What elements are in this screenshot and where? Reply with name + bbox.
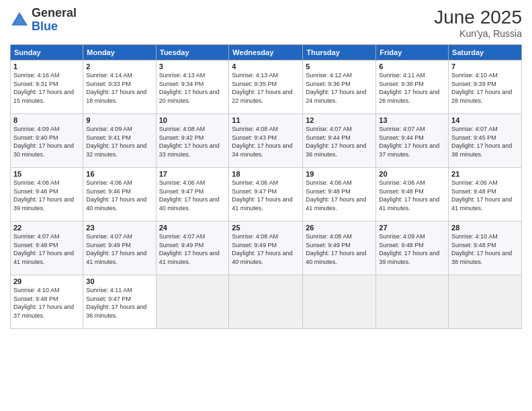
col-friday: Friday (376, 45, 449, 60)
table-row: 1Sunrise: 4:16 AMSunset: 9:31 PMDaylight… (11, 60, 83, 114)
table-row: 30Sunrise: 4:11 AMSunset: 9:47 PMDayligh… (83, 275, 156, 329)
table-row: 19Sunrise: 4:06 AMSunset: 9:48 PMDayligh… (303, 168, 376, 222)
day-info: Sunrise: 4:08 AMSunset: 9:49 PMDaylight:… (232, 233, 292, 265)
table-row: 10Sunrise: 4:08 AMSunset: 9:42 PMDayligh… (156, 114, 229, 168)
day-info: Sunrise: 4:11 AMSunset: 9:38 PMDaylight:… (379, 72, 439, 104)
day-number: 8 (13, 116, 80, 124)
table-row: 18Sunrise: 4:06 AMSunset: 9:47 PMDayligh… (229, 168, 303, 222)
table-row: 27Sunrise: 4:09 AMSunset: 9:48 PMDayligh… (376, 222, 449, 275)
table-row: 13Sunrise: 4:07 AMSunset: 9:44 PMDayligh… (376, 114, 449, 168)
day-number: 14 (451, 116, 519, 124)
day-info: Sunrise: 4:08 AMSunset: 9:49 PMDaylight:… (306, 233, 366, 265)
day-number: 9 (86, 116, 152, 124)
col-wednesday: Wednesday (229, 45, 303, 60)
table-row (229, 275, 303, 329)
day-info: Sunrise: 4:13 AMSunset: 9:35 PMDaylight:… (232, 72, 292, 104)
table-row: 20Sunrise: 4:06 AMSunset: 9:48 PMDayligh… (376, 168, 449, 222)
table-row: 2Sunrise: 4:14 AMSunset: 9:33 PMDaylight… (83, 60, 156, 114)
day-info: Sunrise: 4:07 AMSunset: 9:45 PMDaylight:… (451, 126, 512, 158)
day-number: 19 (306, 170, 373, 178)
month-title: June 2025 (434, 7, 522, 28)
table-row: 29Sunrise: 4:10 AMSunset: 9:48 PMDayligh… (11, 275, 83, 329)
day-info: Sunrise: 4:12 AMSunset: 9:36 PMDaylight:… (306, 72, 366, 104)
table-row: 3Sunrise: 4:13 AMSunset: 9:34 PMDaylight… (156, 60, 229, 114)
day-info: Sunrise: 4:07 AMSunset: 9:49 PMDaylight:… (159, 233, 220, 265)
table-row: 15Sunrise: 4:06 AMSunset: 9:46 PMDayligh… (11, 168, 83, 222)
day-number: 13 (379, 116, 445, 124)
day-number: 16 (86, 170, 152, 178)
page: General Blue June 2025 Kun'ya, Russia Su… (0, 0, 532, 411)
table-row: 16Sunrise: 4:06 AMSunset: 9:46 PMDayligh… (83, 168, 156, 222)
day-number: 3 (159, 62, 226, 71)
day-number: 12 (306, 116, 373, 124)
logo-icon (10, 11, 29, 30)
day-info: Sunrise: 4:11 AMSunset: 9:47 PMDaylight:… (86, 287, 146, 319)
header: General Blue June 2025 Kun'ya, Russia (10, 7, 522, 39)
day-number: 5 (306, 62, 373, 71)
day-info: Sunrise: 4:07 AMSunset: 9:44 PMDaylight:… (379, 126, 439, 158)
col-tuesday: Tuesday (156, 45, 229, 60)
col-saturday: Saturday (449, 45, 522, 60)
day-info: Sunrise: 4:06 AMSunset: 9:46 PMDaylight:… (86, 179, 146, 212)
day-info: Sunrise: 4:07 AMSunset: 9:49 PMDaylight:… (86, 233, 146, 265)
table-row: 12Sunrise: 4:07 AMSunset: 9:44 PMDayligh… (303, 114, 376, 168)
table-row (449, 275, 522, 329)
table-row: 25Sunrise: 4:08 AMSunset: 9:49 PMDayligh… (229, 222, 303, 275)
table-row: 11Sunrise: 4:08 AMSunset: 9:43 PMDayligh… (229, 114, 303, 168)
day-info: Sunrise: 4:06 AMSunset: 9:47 PMDaylight:… (159, 179, 220, 212)
day-number: 2 (86, 62, 152, 71)
table-row: 24Sunrise: 4:07 AMSunset: 9:49 PMDayligh… (156, 222, 229, 275)
day-info: Sunrise: 4:06 AMSunset: 9:48 PMDaylight:… (451, 179, 512, 212)
table-row: 9Sunrise: 4:09 AMSunset: 9:41 PMDaylight… (83, 114, 156, 168)
day-info: Sunrise: 4:06 AMSunset: 9:48 PMDaylight:… (379, 179, 439, 212)
table-row: 14Sunrise: 4:07 AMSunset: 9:45 PMDayligh… (449, 114, 522, 168)
day-number: 26 (306, 224, 373, 232)
day-info: Sunrise: 4:08 AMSunset: 9:42 PMDaylight:… (159, 126, 220, 158)
day-number: 15 (13, 170, 80, 178)
table-row: 21Sunrise: 4:06 AMSunset: 9:48 PMDayligh… (449, 168, 522, 222)
day-info: Sunrise: 4:06 AMSunset: 9:47 PMDaylight:… (232, 179, 292, 212)
col-monday: Monday (83, 45, 156, 60)
table-row (376, 275, 449, 329)
day-info: Sunrise: 4:10 AMSunset: 9:39 PMDaylight:… (451, 72, 512, 104)
calendar-header-row: Sunday Monday Tuesday Wednesday Thursday… (11, 45, 522, 60)
day-number: 22 (13, 224, 80, 232)
day-info: Sunrise: 4:09 AMSunset: 9:48 PMDaylight:… (379, 233, 439, 265)
title-block: June 2025 Kun'ya, Russia (434, 7, 522, 39)
day-number: 7 (451, 62, 519, 71)
day-info: Sunrise: 4:07 AMSunset: 9:44 PMDaylight:… (306, 126, 366, 158)
day-info: Sunrise: 4:10 AMSunset: 9:48 PMDaylight:… (13, 287, 74, 319)
day-number: 27 (379, 224, 445, 232)
logo: General Blue (10, 7, 77, 34)
day-number: 24 (159, 224, 226, 232)
table-row: 26Sunrise: 4:08 AMSunset: 9:49 PMDayligh… (303, 222, 376, 275)
day-info: Sunrise: 4:08 AMSunset: 9:43 PMDaylight:… (232, 126, 292, 158)
table-row: 8Sunrise: 4:09 AMSunset: 9:40 PMDaylight… (11, 114, 83, 168)
table-row (156, 275, 229, 329)
table-row: 4Sunrise: 4:13 AMSunset: 9:35 PMDaylight… (229, 60, 303, 114)
table-row: 6Sunrise: 4:11 AMSunset: 9:38 PMDaylight… (376, 60, 449, 114)
day-info: Sunrise: 4:10 AMSunset: 9:48 PMDaylight:… (451, 233, 512, 265)
day-number: 17 (159, 170, 226, 178)
day-number: 10 (159, 116, 226, 124)
col-thursday: Thursday (303, 45, 376, 60)
day-info: Sunrise: 4:09 AMSunset: 9:41 PMDaylight:… (86, 126, 146, 158)
day-number: 6 (379, 62, 445, 71)
day-number: 1 (13, 62, 80, 71)
table-row: 17Sunrise: 4:06 AMSunset: 9:47 PMDayligh… (156, 168, 229, 222)
day-number: 4 (232, 62, 300, 71)
table-row: 22Sunrise: 4:07 AMSunset: 9:48 PMDayligh… (11, 222, 83, 275)
logo-text: General Blue (32, 7, 77, 34)
logo-blue: Blue (32, 20, 77, 34)
day-info: Sunrise: 4:14 AMSunset: 9:33 PMDaylight:… (86, 72, 146, 104)
day-number: 28 (451, 224, 519, 232)
day-number: 23 (86, 224, 152, 232)
table-row: 7Sunrise: 4:10 AMSunset: 9:39 PMDaylight… (449, 60, 522, 114)
day-number: 30 (86, 277, 152, 285)
day-number: 20 (379, 170, 445, 178)
table-row: 5Sunrise: 4:12 AMSunset: 9:36 PMDaylight… (303, 60, 376, 114)
table-row (303, 275, 376, 329)
day-number: 18 (232, 170, 300, 178)
day-info: Sunrise: 4:13 AMSunset: 9:34 PMDaylight:… (159, 72, 220, 104)
col-sunday: Sunday (11, 45, 83, 60)
